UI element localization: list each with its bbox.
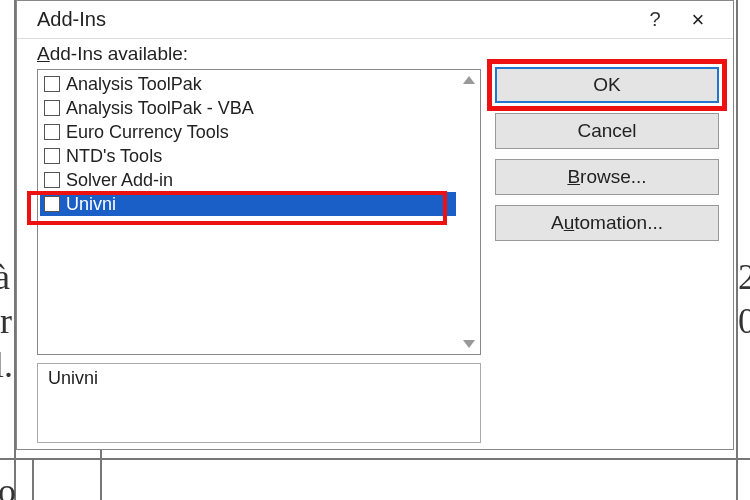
scroll-up-icon[interactable] — [463, 76, 475, 84]
list-item[interactable]: Euro Currency Tools — [40, 120, 456, 144]
checkbox-icon[interactable] — [44, 100, 60, 116]
ok-button[interactable]: OK — [495, 67, 719, 103]
browse-button[interactable]: Browse... — [495, 159, 719, 195]
list-item[interactable]: Analysis ToolPak — [40, 72, 456, 96]
addins-dialog: Add-Ins ? × Add-Ins available: Analysis … — [16, 0, 734, 450]
titlebar: Add-Ins ? × — [17, 1, 733, 39]
checkbox-icon[interactable] — [44, 196, 60, 212]
cancel-button[interactable]: Cancel — [495, 113, 719, 149]
list-item-label: Analysis ToolPak - VBA — [66, 98, 254, 119]
scroll-down-icon[interactable] — [463, 340, 475, 348]
scrollbar[interactable] — [458, 70, 480, 354]
help-icon[interactable]: ? — [635, 8, 675, 31]
close-icon[interactable]: × — [675, 7, 721, 33]
list-item[interactable]: NTD's Tools — [40, 144, 456, 168]
checkbox-icon[interactable] — [44, 148, 60, 164]
dialog-title: Add-Ins — [37, 8, 635, 31]
list-item-label: Univni — [66, 194, 116, 215]
addin-description: Univni — [37, 363, 481, 443]
list-item-label: Euro Currency Tools — [66, 122, 229, 143]
checkbox-icon[interactable] — [44, 76, 60, 92]
automation-button[interactable]: Automation... — [495, 205, 719, 241]
available-label: Add-Ins available: — [37, 43, 481, 65]
list-item[interactable]: Solver Add-in — [40, 168, 456, 192]
button-column: OK Cancel Browse... Automation... — [495, 43, 719, 443]
list-item-label: Solver Add-in — [66, 170, 173, 191]
list-item-label: Analysis ToolPak — [66, 74, 202, 95]
checkbox-icon[interactable] — [44, 124, 60, 140]
addins-listbox[interactable]: Analysis ToolPak Analysis ToolPak - VBA … — [37, 69, 481, 355]
list-item[interactable]: Analysis ToolPak - VBA — [40, 96, 456, 120]
list-item[interactable]: Univni — [40, 192, 456, 216]
list-item-label: NTD's Tools — [66, 146, 162, 167]
checkbox-icon[interactable] — [44, 172, 60, 188]
